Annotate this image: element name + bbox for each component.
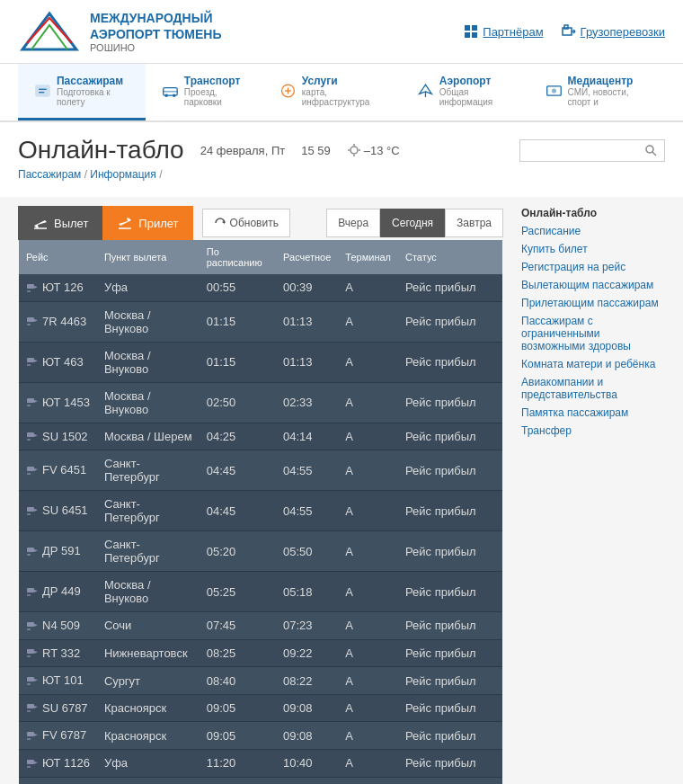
logo-line1: МЕЖДУНАРОДНЫЙ — [90, 10, 221, 26]
refresh-button[interactable]: Обновить — [202, 209, 290, 237]
nav-item-services[interactable]: Услуги карта, инфраструктура — [263, 64, 401, 120]
sidebar-link-0: Онлайн-табло — [521, 206, 665, 220]
flight-scheduled: 11:20 — [200, 749, 276, 777]
search-area[interactable] — [519, 139, 665, 162]
flight-origin: Сочи — [97, 612, 200, 640]
page-title-group: Онлайн-табло 24 февраля, Пт 15 59 –13 °С — [18, 136, 400, 165]
table-row[interactable]: ДР 449Москва / Внуково05:2505:18АРейс пр… — [19, 572, 502, 612]
flight-origin: Красноярск — [97, 722, 200, 750]
svg-rect-7 — [564, 25, 568, 29]
nav-item-passengers[interactable]: Пассажирам Подготовка к полету — [18, 64, 146, 120]
yesterday-button[interactable]: Вчера — [326, 209, 380, 237]
sidebar-link-6[interactable]: Пассажирам с ограниченными возможными зд… — [521, 314, 665, 353]
flight-terminal: А — [338, 749, 398, 777]
tomorrow-button[interactable]: Завтра — [445, 209, 503, 237]
sidebar-link-7[interactable]: Комната матери и ребёнка — [521, 357, 665, 371]
flight-number: ЮТ 101 — [19, 667, 97, 695]
svg-rect-54 — [27, 513, 31, 515]
table-row[interactable]: SU 1502Москва / Шерем04:2504:14АРейс при… — [19, 423, 502, 450]
page-weather: –13 °С — [347, 143, 400, 157]
sidebar-link-2[interactable]: Купить билет — [521, 242, 665, 256]
sidebar-link-1[interactable]: Расписание — [521, 224, 665, 238]
sidebar-link-10[interactable]: Трансфер — [521, 423, 665, 438]
flight-origin: Москва / Внуково — [97, 301, 200, 342]
table-row[interactable]: ЮТ 101Сургут08:4008:22АРейс прибыл — [19, 667, 502, 695]
svg-marker-74 — [34, 734, 38, 736]
table-row[interactable]: ЮТ 1126Уфа11:2010:40АРейс прибыл — [19, 749, 502, 777]
arrive-button[interactable]: Прилет — [102, 206, 192, 240]
table-row[interactable]: SU 6451Санкт-Петербург04:4504:55АРейс пр… — [19, 491, 502, 531]
table-row[interactable]: SU 6787Красноярск09:0509:08АРейс прибыл — [19, 694, 502, 722]
flight-icon — [26, 356, 39, 369]
date-buttons: Вчера Сегодня Завтра — [326, 209, 503, 237]
flight-status: Рейс прибыл — [398, 694, 502, 722]
flight-origin: Москва / Внуково — [97, 572, 200, 612]
table-row[interactable]: ЮТ 1453Москва / Внуково02:5002:33АРейс п… — [19, 382, 502, 423]
table-row[interactable]: FV 6451Санкт-Петербург04:4504:55АРейс пр… — [19, 450, 502, 491]
partners-label: Партнёрам — [483, 25, 543, 39]
flight-estimated: 01:13 — [276, 301, 338, 342]
flight-number: SU 6787 — [19, 694, 97, 722]
breadcrumb-info[interactable]: Информация — [90, 168, 155, 181]
svg-marker-44 — [34, 400, 38, 403]
flight-scheduled: 08:40 — [200, 667, 276, 695]
flight-icon — [26, 620, 39, 633]
partners-link[interactable]: Партнёрам — [464, 24, 543, 39]
sidebar-link-3[interactable]: Регистрация на рейс — [521, 260, 665, 274]
flight-origin: Санкт-Петербург — [97, 450, 200, 491]
sidebar-link-9[interactable]: Памятка пассажирам — [521, 405, 665, 420]
col-origin: Пункт вылета — [97, 240, 200, 274]
flight-terminal: А — [338, 491, 398, 531]
nav-item-airport[interactable]: Аэропорт Общая информация — [401, 64, 529, 120]
depart-button[interactable]: Вылет — [18, 206, 102, 240]
airport-icon — [417, 81, 434, 101]
table-row[interactable]: FV 6787Красноярск09:0509:08АРейс прибыл — [19, 722, 502, 750]
arrive-plane-icon — [117, 215, 133, 231]
table-row[interactable]: RT 332Нижневартовск08:2509:22АРейс прибы… — [19, 639, 502, 667]
sidebar-link-5[interactable]: Прилетающим пассажирам — [521, 296, 665, 310]
svg-rect-75 — [27, 738, 31, 740]
today-button[interactable]: Сегодня — [380, 209, 445, 237]
col-terminal: Терминал — [338, 240, 398, 274]
nav-item-transport[interactable]: Транспорт Проезд, парковки — [146, 64, 263, 120]
svg-rect-43 — [27, 398, 34, 403]
breadcrumb-passengers[interactable]: Пассажирам — [18, 168, 81, 181]
flight-icon — [26, 675, 39, 688]
flight-status: Рейс прибыл — [398, 639, 502, 667]
svg-rect-34 — [27, 284, 34, 289]
table-row[interactable]: ДР 591Санкт-Петербург05:2005:50АРейс при… — [19, 531, 502, 572]
table-row[interactable]: ЮТ 126Уфа00:5500:39АРейс прибыл — [19, 274, 502, 301]
search-input[interactable] — [528, 144, 644, 157]
svg-rect-45 — [27, 405, 31, 406]
svg-rect-67 — [27, 677, 34, 682]
flight-estimated: 07:23 — [276, 612, 338, 640]
nav-item-media[interactable]: Медиацентр СМИ, новости, спорт и — [529, 64, 665, 120]
svg-rect-61 — [27, 622, 34, 627]
svg-rect-42 — [27, 364, 31, 366]
board-controls: Вылет Прилет Обновить Вчера Сегодня Завт… — [18, 206, 503, 240]
breadcrumb: Пассажирам / Информация / — [18, 165, 665, 190]
flight-origin: Москва / Шерем — [97, 423, 200, 450]
weather-icon — [347, 143, 361, 157]
col-estimated: Расчетное — [276, 240, 338, 274]
flight-icon — [26, 505, 39, 518]
cargo-link[interactable]: Грузоперевозки — [562, 24, 665, 39]
flight-number: FV 6787 — [19, 722, 97, 750]
flight-estimated: 08:22 — [276, 667, 338, 695]
svg-rect-60 — [27, 594, 31, 596]
table-row[interactable]: ЮТ 463Москва / Внуково01:1501:13АРейс пр… — [19, 342, 502, 382]
flight-status: Рейс прибыл — [398, 274, 502, 301]
board-content: Вылет Прилет Обновить Вчера Сегодня Завт… — [18, 206, 503, 784]
svg-marker-53 — [34, 509, 38, 512]
flight-status: Рейс прибыл — [398, 450, 502, 491]
nav-label-passengers: Пассажирам — [57, 75, 129, 87]
table-row[interactable]: YC 9Салехард12:0512:01АРейс прибыл — [19, 777, 502, 784]
sidebar-link-4[interactable]: Вылетающим пассажирам — [521, 278, 665, 292]
flight-estimated: 09:08 — [276, 694, 338, 722]
sidebar-link-8[interactable]: Авиакомпании и представительства — [521, 375, 665, 402]
flight-estimated: 09:08 — [276, 722, 338, 750]
svg-point-29 — [646, 146, 653, 153]
table-row[interactable]: 7R 4463Москва / Внуково01:1501:13АРейс п… — [19, 301, 502, 342]
flight-icon — [26, 431, 39, 443]
table-row[interactable]: N4 509Сочи07:4507:23АРейс прибыл — [19, 612, 502, 640]
